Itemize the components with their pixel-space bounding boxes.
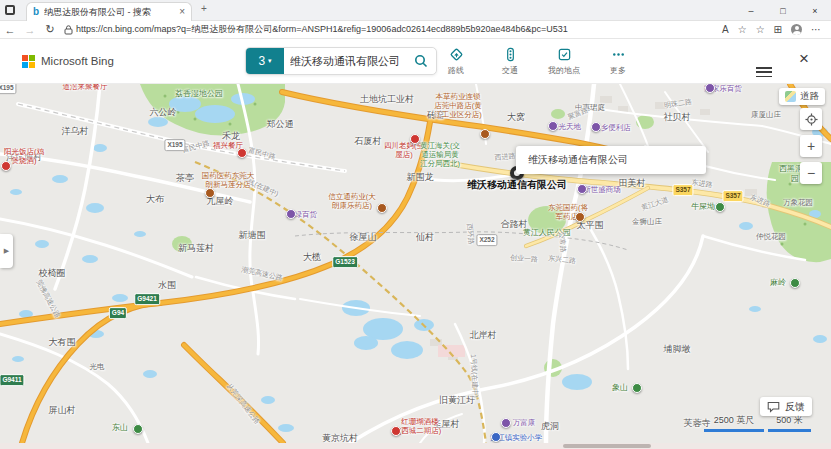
shopping-poi-icon[interactable]: [501, 418, 511, 428]
maximize-button[interactable]: □: [767, 0, 799, 21]
traffic-icon: [503, 47, 518, 62]
park-poi-icon[interactable]: [632, 383, 642, 393]
browser-tabstrip: b 纳思达股份有限公司 - 搜索 × + – □ ×: [0, 0, 831, 21]
zoom-out-button[interactable]: −: [800, 162, 822, 184]
shopping-poi-icon[interactable]: [591, 122, 601, 132]
toolbar-actions: A ☆ ☆ ⊞ ⋯: [712, 24, 831, 35]
search-bar: 3 ▾: [245, 47, 437, 75]
add-favorite-icon[interactable]: ☆: [738, 25, 747, 35]
road-shield-badge: G94: [109, 307, 127, 319]
feedback-bubble-icon: [767, 401, 780, 413]
lock-icon[interactable]: [60, 25, 76, 35]
nav-directions-label: 路线: [448, 65, 464, 76]
road-shield-badge: G9421: [134, 293, 160, 305]
favorites-icon[interactable]: ☆: [756, 25, 765, 35]
nav-traffic-label: 交通: [502, 65, 518, 76]
read-aloud-icon[interactable]: A: [722, 25, 729, 35]
nav-more[interactable]: 更多: [596, 47, 640, 76]
locate-icon: [805, 113, 818, 126]
minimize-button[interactable]: –: [735, 0, 767, 21]
back-icon[interactable]: ←: [0, 24, 20, 36]
directions-icon: [449, 47, 464, 62]
park-poi-icon[interactable]: [790, 278, 800, 288]
nav-my-places-label: 我的地点: [548, 65, 580, 76]
chevron-right-icon: ▶: [4, 247, 9, 255]
restaurant-poi-icon[interactable]: [237, 148, 247, 158]
shopping-poi-icon[interactable]: [286, 209, 296, 219]
chevron-down-icon: ▾: [268, 57, 272, 65]
search-count-dropdown[interactable]: 3 ▾: [246, 48, 284, 74]
menu-hamburger-icon[interactable]: [756, 67, 772, 77]
road-shield-badge: S357: [722, 190, 743, 202]
nav-my-places[interactable]: 我的地点: [542, 47, 586, 76]
pharmacy-poi-icon[interactable]: [377, 203, 387, 213]
road-shield-badge: G9411: [0, 374, 25, 386]
panel-expander[interactable]: ▶: [0, 234, 13, 268]
pharmacy-poi-icon[interactable]: [480, 129, 490, 139]
search-count: 3: [258, 54, 265, 68]
scale-metric-bar: [768, 429, 811, 432]
place-tooltip[interactable]: 维沃移动通信有限公司: [516, 146, 706, 174]
feedback-label: 反馈: [785, 400, 805, 414]
tab-title: 纳思达股份有限公司 - 搜索: [44, 6, 174, 19]
profile-avatar[interactable]: [791, 24, 802, 35]
scale-imperial-bar: [704, 429, 764, 432]
map-pin-label: 维沃移动通信有限公司: [467, 178, 567, 192]
search-input[interactable]: [284, 48, 406, 74]
bing-map-nav: 路线 交通 我的地点 更多: [434, 47, 640, 76]
restaurant-poi-icon[interactable]: [410, 134, 420, 144]
tab-close-icon[interactable]: ×: [179, 7, 185, 17]
address-bar[interactable]: https://cn.bing.com/maps?q=纳思达股份有限公司&for…: [76, 23, 712, 36]
road-shield-badge: X252: [476, 234, 497, 246]
map-layer-button[interactable]: 道路: [779, 88, 825, 105]
restaurant-poi-icon[interactable]: [391, 426, 401, 436]
nav-more-label: 更多: [610, 65, 626, 76]
map-layer-label: 道路: [800, 90, 819, 103]
bing-header: Microsoft Bing 3 ▾ 路线 交通 我的地点: [0, 39, 831, 84]
locate-me-button[interactable]: [800, 108, 822, 130]
new-tab-button[interactable]: +: [201, 4, 207, 14]
map-close-icon[interactable]: ×: [799, 50, 809, 67]
my-places-icon: [557, 47, 572, 62]
park-poi-icon[interactable]: [133, 424, 143, 434]
more-icon: [611, 47, 626, 62]
map-layer-icon: [785, 91, 796, 102]
microsoft-logo-icon: [22, 55, 35, 68]
pharmacy-poi-icon[interactable]: [205, 188, 215, 198]
road-shield-badge: X195: [164, 139, 185, 151]
pharmacy-poi-icon[interactable]: [575, 212, 585, 222]
scale-metric-label: 500 米: [776, 414, 803, 427]
window-controls: – □ ×: [735, 0, 831, 21]
road-shield-badge: G1523: [332, 256, 358, 268]
search-icon: [414, 54, 428, 68]
horizontal-scrollbar[interactable]: [0, 443, 831, 449]
reload-icon[interactable]: ↻: [40, 23, 60, 36]
nav-directions[interactable]: 路线: [434, 47, 478, 76]
close-button[interactable]: ×: [799, 0, 831, 21]
browser-toolbar: ← → ↻ https://cn.bing.com/maps?q=纳思达股份有限…: [0, 21, 831, 39]
bing-brand[interactable]: Microsoft Bing: [41, 55, 114, 67]
park-poi-icon[interactable]: [715, 202, 725, 212]
road-shield-badge: X195: [0, 84, 17, 94]
bing-favicon-icon: b: [33, 7, 39, 17]
edge-window: b 纳思达股份有限公司 - 搜索 × + – □ × ← → ↻ https:/…: [0, 0, 831, 449]
map-scale: 2500 英尺 500 米: [704, 414, 811, 432]
school-poi-icon[interactable]: [491, 432, 501, 442]
map-canvas[interactable]: 维沃移动通信有限公司 维沃移动通信有限公司 道路 + − 反馈 ▶ 2500 英…: [0, 84, 831, 443]
collections-icon[interactable]: ⊞: [774, 25, 782, 35]
restaurant-poi-icon[interactable]: [1, 161, 11, 171]
forward-icon: →: [20, 24, 40, 36]
tab-activity-icon[interactable]: [5, 5, 15, 15]
settings-more-icon[interactable]: ⋯: [811, 25, 821, 35]
scrollbar-thumb[interactable]: [563, 444, 651, 448]
zoom-in-button[interactable]: +: [800, 135, 822, 157]
road-shield-badge: S357: [672, 184, 693, 196]
browser-tab[interactable]: b 纳思达股份有限公司 - 搜索 ×: [26, 2, 192, 21]
shopping-poi-icon[interactable]: [548, 121, 558, 131]
search-button[interactable]: [406, 48, 436, 74]
shopping-poi-icon[interactable]: [577, 184, 587, 194]
scale-imperial-label: 2500 英尺: [714, 414, 755, 427]
nav-traffic[interactable]: 交通: [488, 47, 532, 76]
